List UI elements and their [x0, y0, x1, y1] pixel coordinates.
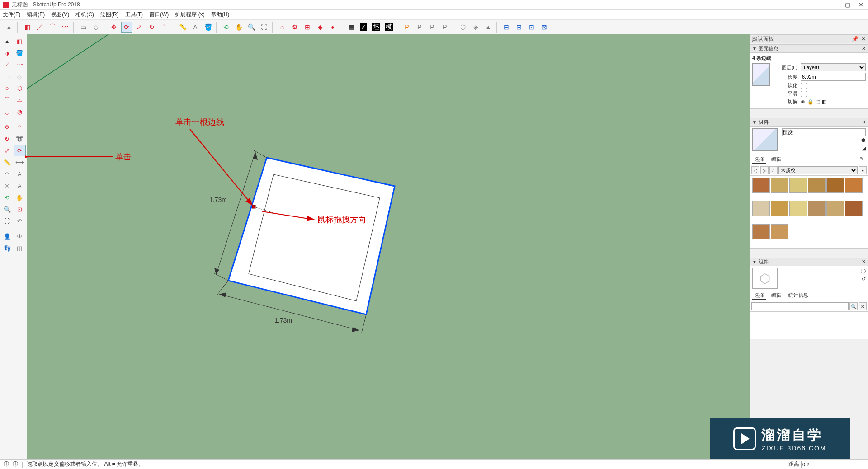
shadow-icon[interactable]: ⬚: [816, 99, 820, 105]
paint-icon[interactable]: 🪣: [14, 47, 26, 59]
rect-icon[interactable]: ▭: [1, 70, 14, 82]
p2-icon[interactable]: P: [414, 22, 425, 33]
component-reset-icon[interactable]: ↺: [862, 276, 866, 282]
select-tool[interactable]: ▲: [4, 22, 14, 33]
material-swatch[interactable]: [771, 201, 788, 216]
info-icon[interactable]: ⓘ: [13, 460, 18, 468]
menu-file[interactable]: 文件(F): [3, 11, 20, 19]
tab-edit[interactable]: 编辑: [769, 155, 783, 164]
text-tool[interactable]: A: [190, 22, 201, 33]
scale-icon[interactable]: ⤢: [1, 145, 14, 156]
components-header[interactable]: ▼ 组件 ✕: [750, 258, 868, 266]
zoom-extents-tool[interactable]: ⛶: [259, 22, 269, 33]
panel-close-icon[interactable]: ✕: [862, 46, 866, 52]
material-name-field[interactable]: [782, 128, 866, 136]
panel-close-icon[interactable]: ✕: [862, 259, 866, 265]
nav-home-icon[interactable]: ⌂: [769, 166, 778, 174]
zoom-tool[interactable]: 🔍: [246, 22, 257, 33]
nav-back-icon[interactable]: ◁: [751, 166, 760, 174]
orbit-tool[interactable]: ⟲: [221, 22, 231, 33]
walk-icon[interactable]: 👣: [1, 242, 14, 254]
style3-icon[interactable]: 坯: [371, 22, 382, 33]
tray-pin-icon[interactable]: 📌: [852, 36, 859, 42]
offset-tool[interactable]: ⟳: [121, 22, 132, 33]
p3-icon[interactable]: P: [427, 22, 438, 33]
material-swatch[interactable]: [789, 201, 807, 216]
arc3-icon[interactable]: ◡: [1, 106, 14, 117]
help-icon[interactable]: ⓘ: [4, 460, 9, 468]
arc1-icon[interactable]: ⌒: [1, 94, 14, 106]
arc-tool[interactable]: ⌒: [47, 22, 58, 33]
view1-icon[interactable]: ⊟: [501, 22, 512, 33]
3dtext-icon[interactable]: A: [14, 180, 26, 192]
view3-icon[interactable]: ⊡: [526, 22, 537, 33]
menu-view[interactable]: 视图(V): [51, 11, 69, 19]
zoomext-icon[interactable]: ⛶: [1, 215, 14, 227]
default-tray-header[interactable]: 默认面板 📌 ✕: [750, 34, 868, 43]
distance-field[interactable]: [801, 461, 864, 468]
style2-icon[interactable]: ✓: [358, 22, 369, 33]
view2-icon[interactable]: ⊞: [514, 22, 524, 33]
freehand-tool[interactable]: 〰: [60, 22, 71, 33]
nav-menu-icon[interactable]: ▾: [859, 166, 867, 174]
orbit-icon[interactable]: ⟲: [1, 192, 14, 203]
nav-fwd-icon[interactable]: ▷: [760, 166, 769, 174]
component-icon[interactable]: ◧: [14, 35, 26, 47]
ruby-icon[interactable]: ◆: [315, 22, 326, 33]
dim-icon[interactable]: ⟷: [14, 156, 26, 168]
search-icon[interactable]: 🔍: [849, 302, 858, 310]
pushpull-tool[interactable]: ⇧: [159, 22, 170, 33]
clear-icon[interactable]: ✕: [859, 302, 867, 310]
freehand-icon[interactable]: 〰: [14, 59, 26, 70]
line-icon[interactable]: ／: [1, 59, 14, 70]
look-icon[interactable]: 👁: [14, 230, 26, 242]
layer-select[interactable]: Layer0: [801, 63, 866, 71]
eyedropper-icon[interactable]: ✎: [858, 155, 866, 164]
collapse-icon[interactable]: ▼: [752, 46, 757, 51]
material-swatch[interactable]: [845, 178, 863, 193]
material-swatch[interactable]: [771, 178, 788, 193]
rotate-icon[interactable]: ↻: [1, 133, 14, 145]
material-swatch[interactable]: [752, 178, 770, 193]
materials-header[interactable]: ▼ 材料 ✕: [750, 118, 868, 127]
outer-face[interactable]: [228, 158, 395, 314]
material-swatch[interactable]: [808, 178, 826, 193]
circle-icon[interactable]: ○: [1, 82, 14, 94]
tray-close-icon[interactable]: ✕: [861, 36, 866, 42]
viewport[interactable]: 1.73m 1.73m 单击一根边线 鼠标拖拽方向: [27, 34, 750, 459]
edge-handle[interactable]: [252, 205, 255, 208]
close-button[interactable]: ✕: [859, 1, 863, 8]
solid2-icon[interactable]: ◈: [470, 22, 481, 33]
material-swatch[interactable]: [752, 201, 770, 216]
menu-window[interactable]: 窗口(W): [149, 11, 169, 19]
cast-icon[interactable]: ◧: [822, 99, 826, 105]
rotated-rect-tool[interactable]: ◇: [90, 22, 101, 33]
tab-select[interactable]: 选择: [752, 155, 766, 164]
zoom-icon[interactable]: 🔍: [1, 203, 14, 215]
axes-icon[interactable]: ✳: [1, 180, 14, 192]
view4-icon[interactable]: ⊠: [539, 22, 550, 33]
tab-stats[interactable]: 统计信息: [787, 291, 810, 300]
menu-tools[interactable]: 工具(T): [125, 11, 143, 19]
protractor-icon[interactable]: ◠: [1, 168, 14, 180]
style4-icon[interactable]: 模: [383, 22, 394, 33]
menu-help[interactable]: 帮助(H): [211, 11, 230, 19]
prev-icon[interactable]: ↶: [14, 215, 26, 227]
menu-draw[interactable]: 绘图(R): [100, 11, 119, 19]
select-icon[interactable]: ▲: [1, 35, 14, 47]
material-swatch[interactable]: [808, 201, 826, 216]
scale-tool[interactable]: ⤢: [134, 22, 145, 33]
soften-checkbox[interactable]: [801, 83, 807, 89]
tab-select[interactable]: 选择: [752, 291, 766, 300]
position-icon[interactable]: 👤: [1, 230, 14, 242]
followme-icon[interactable]: ➰: [14, 133, 26, 145]
extension-icon[interactable]: ⚙: [289, 22, 300, 33]
pushpull-icon[interactable]: ⇧: [14, 121, 26, 133]
component-search-field[interactable]: [751, 302, 849, 310]
extension2-icon[interactable]: ⊞: [302, 22, 313, 33]
maximize-button[interactable]: ▢: [845, 1, 850, 8]
panel-close-icon[interactable]: ✕: [862, 119, 866, 125]
create-material-icon[interactable]: ⬢: [861, 137, 866, 143]
rectangle-tool[interactable]: ▭: [78, 22, 89, 33]
section-icon[interactable]: ◫: [14, 242, 26, 254]
